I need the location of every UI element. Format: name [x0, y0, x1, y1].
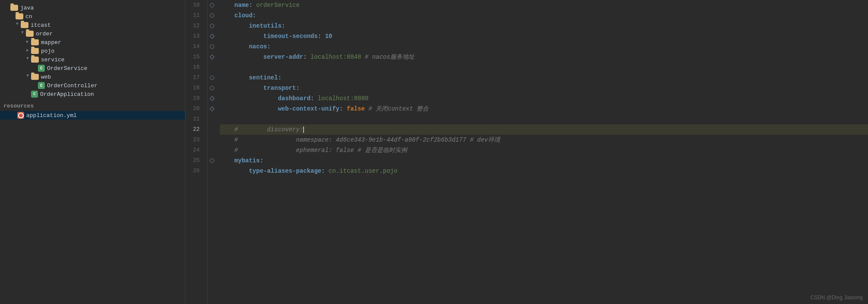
line-number: 26 — [185, 166, 203, 176]
tree-item-mapper[interactable]: ▶mapper — [0, 38, 185, 47]
class-icon: C — [38, 82, 45, 89]
tree-item-OrderService[interactable]: COrderService — [0, 64, 185, 73]
tree-label: itcast — [31, 22, 51, 28]
tree-item-itcast[interactable]: ▼itcast — [0, 21, 185, 29]
gutter-cell — [208, 104, 216, 114]
code-line: cloud: — [220, 10, 868, 21]
line-number: 25 — [185, 155, 203, 166]
code-comment-plain: namespace: 4d6ce343-9e1b-44df-a90f-2cf2b… — [296, 135, 466, 145]
resource-item-application.yml[interactable]: application.yml — [0, 111, 185, 120]
watermark: CSDN @Ding Jiaxiong — [810, 294, 863, 301]
chevron-icon: ▼ — [14, 22, 21, 28]
code-val: localhost:8848 — [310, 52, 361, 62]
gutter-circle-icon — [210, 86, 214, 90]
tree-item-web[interactable]: ▼web — [0, 73, 185, 81]
chevron-icon: ▶ — [24, 48, 31, 54]
gutter-circle-icon — [210, 13, 214, 18]
code-bool: false — [347, 104, 365, 114]
code-line: nacos: — [220, 41, 868, 52]
text-cursor — [303, 127, 304, 133]
code-comment: # nacos服务地址 — [361, 52, 414, 62]
code-comment: # 关闭context 整合 — [365, 104, 429, 114]
line-number: 12 — [185, 21, 203, 31]
gutter-circle-icon — [210, 44, 214, 49]
line-number: 17 — [185, 73, 203, 83]
gutter-cell — [208, 62, 216, 73]
line-number: 11 — [185, 10, 203, 21]
tree-item-OrderController[interactable]: COrderController — [0, 81, 185, 90]
gutter-circle-icon — [210, 158, 214, 163]
code-line: transport: — [220, 83, 868, 93]
folder-icon — [21, 22, 28, 28]
chevron-icon: ▼ — [19, 30, 26, 37]
folder-icon — [31, 48, 39, 54]
code-line: timeout-seconds: 10 — [220, 31, 868, 41]
code-punct: : — [318, 31, 325, 41]
line-number: 15 — [185, 52, 203, 62]
code-editor: 1011121314151617181920212223242526 name:… — [185, 0, 868, 304]
line-number: 23 — [185, 135, 203, 145]
file-tree-sidebar: javacn▼itcast▼order▶mapper▶pojo▼serviceC… — [0, 0, 185, 304]
code-key: transport — [263, 83, 296, 93]
code-num: 10 — [325, 31, 332, 41]
tree-label: order — [36, 31, 53, 37]
gutter-cell — [208, 41, 216, 52]
tree-item-order[interactable]: ▼order — [0, 29, 185, 38]
gutter-cell — [208, 166, 216, 176]
code-key: type-aliases-package — [249, 166, 321, 176]
tree-label: cn — [25, 13, 32, 20]
line-number: 14 — [185, 41, 203, 52]
line-number: 16 — [185, 62, 203, 73]
code-key: nacos — [249, 41, 267, 52]
gutter-cell — [208, 114, 216, 124]
gutter-cell — [208, 93, 216, 104]
tree-item-OrderApplication[interactable]: COrderApplication — [0, 90, 185, 98]
code-val: cn.itcast.user.pojo — [329, 166, 398, 176]
gutter-cell — [208, 10, 216, 21]
chevron-placeholder — [31, 65, 38, 72]
folder-icon — [16, 13, 23, 19]
code-line: inetutils: — [220, 21, 868, 31]
gutter — [208, 0, 216, 304]
code-comment: # — [235, 145, 238, 155]
code-area[interactable]: name: orderServicecloud:inetutils:timeou… — [216, 0, 868, 304]
code-punct: : — [310, 93, 318, 104]
code-line: mybatis: — [220, 155, 868, 166]
tree-label: pojo — [41, 48, 54, 54]
tree-item-pojo[interactable]: ▶pojo — [0, 47, 185, 55]
code-key: web-context-unify — [278, 104, 339, 114]
gutter-cell — [208, 31, 216, 41]
code-line: server-addr: localhost:8848 # nacos服务地址 — [220, 52, 868, 62]
code-line — [220, 62, 868, 73]
tree-item-java[interactable]: java — [0, 3, 185, 12]
code-line: web-context-unify: false # 关闭context 整合 — [220, 104, 868, 114]
folder-icon — [26, 31, 34, 37]
code-punct: : — [321, 166, 329, 176]
code-comment: # — [235, 124, 238, 135]
code-val: orderService — [256, 0, 300, 10]
gutter-cell — [208, 145, 216, 155]
gutter-cell — [208, 124, 216, 135]
code-punct: : — [296, 83, 299, 93]
gutter-cell — [208, 155, 216, 166]
code-line — [220, 114, 868, 124]
tree-label: java — [20, 5, 34, 11]
code-punct: : — [260, 155, 263, 166]
tree-item-cn[interactable]: cn — [0, 12, 185, 21]
code-line: dashboard: localhost:8080 — [220, 93, 868, 104]
gutter-cell — [208, 0, 216, 10]
folder-icon — [31, 57, 39, 63]
code-punct: : — [282, 21, 285, 31]
line-number: 13 — [185, 31, 203, 41]
chevron-placeholder — [3, 4, 10, 11]
chevron-placeholder — [24, 91, 31, 98]
tree-item-service[interactable]: ▼service — [0, 55, 185, 64]
code-punct: : — [303, 52, 310, 62]
gutter-cell — [208, 135, 216, 145]
tree-label: mapper — [41, 39, 61, 46]
chevron-placeholder — [10, 112, 17, 119]
code-punct: : — [278, 73, 281, 83]
line-number: 10 — [185, 0, 203, 10]
chevron-icon: ▼ — [24, 73, 31, 80]
tree-label: OrderService — [47, 65, 88, 72]
